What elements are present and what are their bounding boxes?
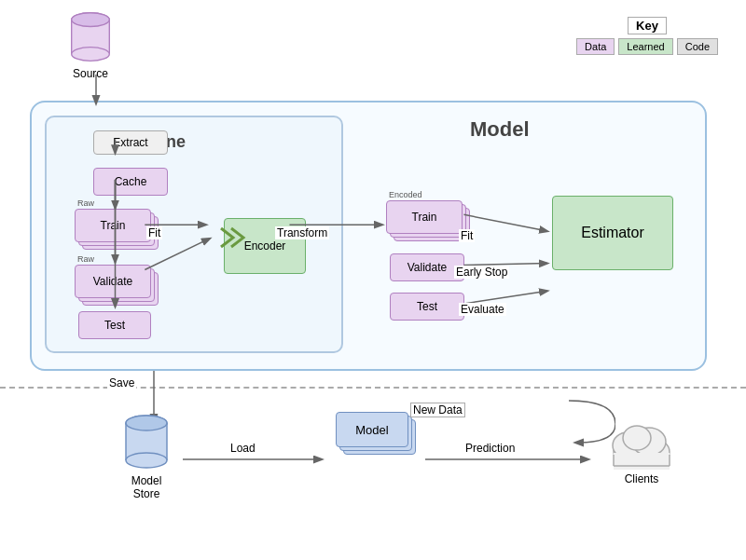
cache-box: Cache: [93, 168, 168, 196]
svg-line-15: [463, 291, 547, 304]
key-learned: Learned: [618, 38, 672, 55]
encoder-chevron-icon: [216, 219, 254, 256]
key-title: Key: [628, 17, 667, 34]
key-area: Key Data Learned Code: [576, 17, 718, 55]
model-store-cylinder-icon: [121, 412, 172, 472]
load-label: Load: [228, 442, 257, 455]
key-code: Code: [677, 38, 718, 55]
encoded-validate-box: Validate: [390, 253, 464, 281]
raw-validate-stack: Raw Validate: [75, 265, 159, 307]
svg-point-30: [623, 426, 651, 450]
clients-cloud-icon: [604, 419, 679, 471]
estimator-box: Estimator: [552, 196, 673, 270]
key-data: Data: [576, 38, 615, 55]
main-box: Pipeline Extract Cache Raw Train Raw Val…: [30, 101, 707, 371]
model-label: Model: [470, 117, 530, 142]
source-to-extract-arrow: [82, 75, 110, 107]
fit-label: Fit: [146, 226, 162, 239]
model-store-container: Model Store: [121, 412, 172, 500]
early-stop-label: Early Stop: [454, 266, 509, 279]
save-label: Save: [107, 376, 136, 389]
key-items: Data Learned Code: [576, 38, 718, 55]
svg-point-4: [72, 48, 110, 61]
extract-box: Extract: [93, 130, 168, 155]
source-cylinder-icon: [65, 9, 116, 65]
svg-point-22: [126, 453, 167, 468]
clients-label: Clients: [625, 472, 659, 485]
new-data-arrow: [364, 391, 615, 452]
encoded-test-box: Test: [390, 293, 464, 321]
clients-container: Clients: [604, 419, 679, 485]
svg-point-23: [126, 416, 167, 430]
fit-label2: Fit: [459, 229, 475, 242]
test-box: Test: [78, 311, 151, 339]
source-container: Source: [65, 9, 116, 80]
transform-label: Transform: [275, 226, 329, 239]
model-store-label: Model Store: [131, 474, 162, 500]
svg-line-13: [463, 214, 547, 231]
evaluate-label: Evaluate: [459, 303, 506, 316]
svg-point-5: [72, 13, 110, 27]
svg-rect-31: [614, 453, 670, 470]
encoded-train-stack: Encoded Train: [386, 200, 470, 243]
